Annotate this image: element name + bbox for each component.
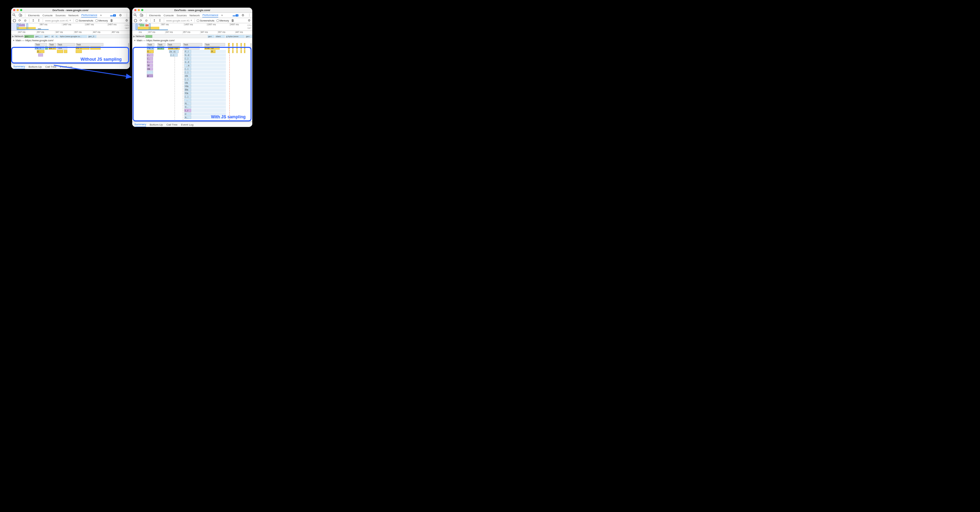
flame-segment[interactable]: Bla — [184, 88, 191, 91]
flame-segment[interactable]: p — [147, 74, 153, 77]
network-item[interactable]: gen — [207, 35, 215, 38]
screenshots-checkbox[interactable] — [76, 19, 78, 22]
flame-segment[interactable]: Task — [184, 46, 200, 49]
overview-handle-left[interactable] — [136, 24, 137, 30]
flame-segment[interactable]: Task — [183, 43, 202, 46]
flame-segment[interactable] — [147, 71, 153, 74]
tab-console[interactable]: Console — [42, 14, 52, 17]
download-icon[interactable]: ↧ — [158, 19, 162, 22]
timeline-overview[interactable]: 497 ms 997 ms 1497 ms 1997 ms 2497 ms CP… — [11, 23, 130, 31]
tab-performance[interactable]: Performance — [202, 14, 218, 17]
flame-segment[interactable]: vla — [184, 81, 191, 84]
memory-checkbox[interactable] — [216, 19, 219, 22]
ruler[interactable]: ms 197 ms 247 ms 297 ms 347 ms 397 ms 44… — [132, 31, 252, 35]
flame-segment[interactable]: (...) — [170, 53, 178, 57]
more-tabs-icon[interactable]: » — [100, 14, 102, 17]
flame-segment[interactable] — [57, 50, 63, 53]
flame-segment[interactable]: Ev...t — [49, 46, 56, 49]
issues-icon[interactable]: ▬1 — [232, 14, 239, 17]
tab-calltree[interactable]: Call Tree — [166, 122, 177, 127]
tab-network[interactable]: Network — [189, 14, 200, 17]
tab-performance[interactable]: Performance — [81, 14, 97, 17]
download-icon[interactable]: ↧ — [37, 19, 41, 22]
memory-checkbox[interactable] — [95, 19, 98, 22]
flame-segment[interactable]: A... — [184, 116, 191, 119]
flame-segment[interactable]: W — [147, 64, 153, 67]
tab-calltree[interactable]: Call Tree — [45, 65, 56, 69]
network-item[interactable]: gen — [44, 35, 50, 38]
tab-bottomup[interactable]: Bottom-Up — [29, 65, 41, 69]
flame-segment[interactable]: (...) — [184, 95, 191, 98]
clear-icon[interactable]: ⊘ — [24, 19, 27, 22]
flame-segment[interactable]: ea — [147, 67, 153, 70]
gear-icon[interactable]: ⚙ — [119, 14, 122, 17]
recording-select[interactable]: www.google.com #1 ▼ — [166, 19, 192, 22]
network-item[interactable]: gen — [245, 35, 252, 38]
flame-segment[interactable]: (...) — [184, 57, 191, 60]
flame-segment[interactable]: _...a — [184, 64, 191, 67]
flame-segment[interactable]: t...r — [184, 109, 191, 112]
upload-icon[interactable]: ↥ — [32, 19, 35, 22]
flame-segment[interactable]: Eval...ipt — [204, 46, 220, 49]
flame-chart[interactable]: ▼Main — https://www.google.com/ TaskTask… — [132, 38, 252, 122]
recording-select[interactable]: www.google.com #1 ▼ — [45, 19, 71, 22]
tab-summary[interactable]: Summary — [13, 64, 25, 69]
device-icon[interactable] — [140, 14, 143, 17]
flame-segment[interactable]: Task — [157, 43, 165, 46]
device-icon[interactable] — [19, 14, 22, 17]
network-item[interactable]: gen_2... — [88, 35, 97, 38]
overview-handle-left[interactable] — [17, 24, 18, 30]
inspect-icon[interactable] — [13, 14, 16, 17]
reload-icon[interactable]: ⟳ — [18, 19, 22, 22]
network-item[interactable]: goo... — [24, 35, 34, 38]
flame-segment[interactable] — [76, 50, 82, 53]
more-tabs-icon[interactable]: » — [221, 14, 223, 17]
tab-elements[interactable]: Elements — [28, 14, 40, 17]
tab-bottomup[interactable]: Bottom-Up — [150, 122, 163, 127]
network-item[interactable]: hpba (www.google.co... — [59, 35, 87, 38]
network-item[interactable]: g hpba (www — [226, 35, 245, 38]
network-track[interactable]: ▶Network goo... gen_... gen cl n... hpba… — [11, 35, 130, 38]
flame-segment[interactable]: Kla — [184, 92, 191, 95]
titlebar[interactable]: DevTools - www.google.com/ — [11, 8, 130, 13]
network-item[interactable]: client — [215, 35, 225, 38]
flame-segment[interactable]: Hla — [184, 85, 191, 88]
flame-segment[interactable]: (...) — [184, 67, 191, 70]
tab-sources[interactable]: Sources — [56, 14, 65, 17]
flame-segment[interactable]: (...) — [184, 71, 191, 74]
record-icon[interactable] — [134, 19, 137, 22]
flame-task[interactable]: Task — [76, 43, 103, 46]
tab-summary[interactable]: Summary — [134, 122, 146, 127]
upload-icon[interactable]: ↥ — [153, 19, 156, 22]
scrollbar[interactable] — [128, 43, 129, 64]
reload-icon[interactable]: ⟳ — [139, 19, 143, 22]
flame-segment[interactable] — [45, 46, 48, 49]
tab-eventlog[interactable]: Event Log — [60, 65, 72, 69]
flame-segment[interactable]: E... — [37, 50, 45, 53]
flame-segment[interactable]: Task — [167, 43, 181, 46]
menu-icon[interactable]: ⋮ — [247, 14, 251, 17]
flame-task[interactable]: Task — [35, 43, 47, 46]
gc-icon[interactable]: 🗑 — [231, 19, 235, 22]
flame-segment[interactable]: b...e — [184, 53, 191, 57]
flame-segment[interactable]: Task — [57, 46, 67, 49]
inspect-icon[interactable] — [134, 14, 137, 17]
tab-sources[interactable]: Sources — [177, 14, 187, 17]
overview-handle-right[interactable] — [26, 24, 28, 30]
network-item[interactable]: n... — [55, 35, 59, 38]
issues-icon[interactable]: ▬1 — [110, 14, 116, 17]
clear-icon[interactable]: ⊘ — [145, 19, 148, 22]
tab-eventlog[interactable]: Event Log — [181, 122, 193, 127]
screenshots-checkbox[interactable] — [197, 19, 199, 22]
flame-segment[interactable] — [38, 53, 43, 57]
ruler[interactable]: 247 ms 297 ms 347 ms 397 ms 447 ms 497 m… — [11, 31, 130, 35]
network-item[interactable]: cl — [51, 35, 54, 38]
tab-console[interactable]: Console — [164, 14, 173, 17]
flame-segment[interactable]: _... — [184, 99, 191, 102]
network-item[interactable]: gen_... — [35, 35, 43, 38]
flame-segment[interactable]: (... — [147, 60, 153, 64]
flame-segment[interactable]: Pa...L — [35, 46, 45, 49]
flame-segment[interactable]: (...) — [184, 78, 191, 81]
flame-segment[interactable]: (a...s) — [169, 50, 179, 53]
network-track[interactable]: ▶Network gen client g hpba (www gen — [132, 35, 252, 38]
